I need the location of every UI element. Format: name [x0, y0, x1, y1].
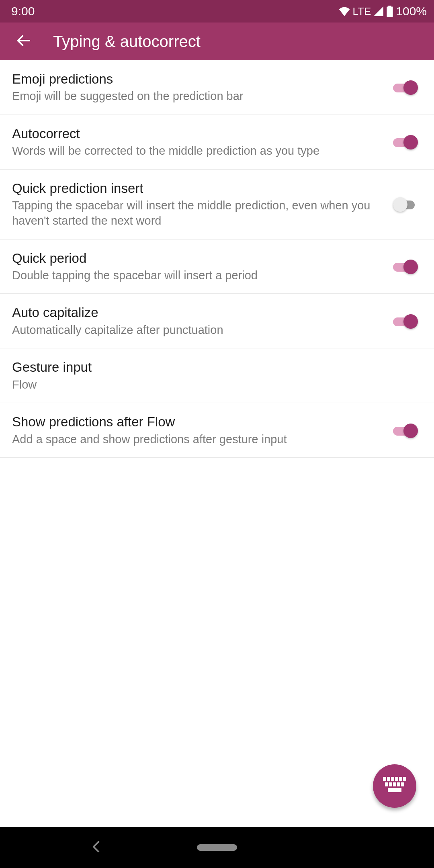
setting-subtitle: Emoji will be suggested on the predictio… — [12, 89, 381, 104]
toggle-autocorrect[interactable] — [393, 134, 418, 150]
svg-rect-14 — [388, 788, 401, 792]
wifi-icon — [338, 6, 350, 16]
svg-rect-6 — [395, 777, 398, 781]
setting-subtitle: Tapping the spacebar will insert the mid… — [12, 198, 381, 228]
network-label: LTE — [353, 5, 371, 18]
svg-rect-0 — [387, 7, 393, 17]
svg-rect-4 — [387, 777, 390, 781]
back-button[interactable] — [11, 29, 35, 53]
setting-title: Autocorrect — [12, 125, 381, 142]
page-title: Typing & autocorrect — [53, 33, 201, 51]
svg-rect-9 — [385, 782, 388, 786]
setting-subtitle: Double tapping the spacebar will insert … — [12, 268, 381, 283]
app-bar: Typing & autocorrect — [0, 23, 434, 60]
cellular-icon — [373, 6, 384, 16]
setting-title: Quick prediction insert — [12, 180, 381, 197]
arrow-back-icon — [15, 33, 31, 50]
setting-title: Quick period — [12, 250, 381, 266]
row-auto-capitalize[interactable]: Auto capitalize Automatically capitalize… — [0, 294, 434, 348]
toggle-emoji-predictions[interactable] — [393, 79, 418, 95]
settings-list: Emoji predictions Emoji will be suggeste… — [0, 60, 434, 827]
toggle-quick-period[interactable] — [393, 258, 418, 274]
svg-rect-8 — [403, 777, 406, 781]
svg-rect-1 — [388, 6, 391, 7]
status-bar: 9:00 LTE 100% — [0, 0, 434, 23]
setting-title: Show predictions after Flow — [12, 414, 381, 430]
setting-title: Emoji predictions — [12, 71, 381, 87]
setting-title: Auto capitalize — [12, 304, 381, 321]
svg-rect-13 — [401, 782, 404, 786]
battery-percent: 100% — [396, 4, 427, 18]
svg-rect-12 — [397, 782, 400, 786]
keyboard-fab[interactable] — [373, 764, 416, 808]
svg-rect-11 — [393, 782, 396, 786]
status-time: 9:00 — [11, 4, 35, 18]
svg-rect-10 — [389, 782, 392, 786]
row-quick-prediction-insert[interactable]: Quick prediction insert Tapping the spac… — [0, 170, 434, 240]
setting-subtitle: Automatically capitalize after punctuati… — [12, 323, 381, 338]
svg-rect-5 — [391, 777, 394, 781]
toggle-auto-capitalize[interactable] — [393, 313, 418, 329]
nav-home-pill[interactable] — [197, 844, 237, 851]
row-autocorrect[interactable]: Autocorrect Words will be corrected to t… — [0, 115, 434, 170]
setting-subtitle: Add a space and show predictions after g… — [12, 432, 381, 447]
setting-subtitle: Words will be corrected to the middle pr… — [12, 143, 381, 159]
row-gesture-input[interactable]: Gesture input Flow — [0, 348, 434, 403]
svg-rect-3 — [383, 777, 386, 781]
nav-back-icon[interactable] — [92, 841, 100, 854]
row-show-predictions-after-flow[interactable]: Show predictions after Flow Add a space … — [0, 403, 434, 458]
svg-rect-7 — [399, 777, 402, 781]
system-nav-bar — [0, 827, 434, 868]
toggle-quick-prediction-insert[interactable] — [393, 196, 418, 212]
battery-icon — [386, 6, 393, 17]
setting-subtitle: Flow — [12, 377, 406, 393]
keyboard-icon — [383, 777, 406, 795]
row-emoji-predictions[interactable]: Emoji predictions Emoji will be suggeste… — [0, 60, 434, 115]
row-quick-period[interactable]: Quick period Double tapping the spacebar… — [0, 240, 434, 294]
setting-title: Gesture input — [12, 359, 406, 375]
status-right: LTE 100% — [338, 4, 427, 18]
toggle-show-predictions-after-flow[interactable] — [393, 422, 418, 438]
